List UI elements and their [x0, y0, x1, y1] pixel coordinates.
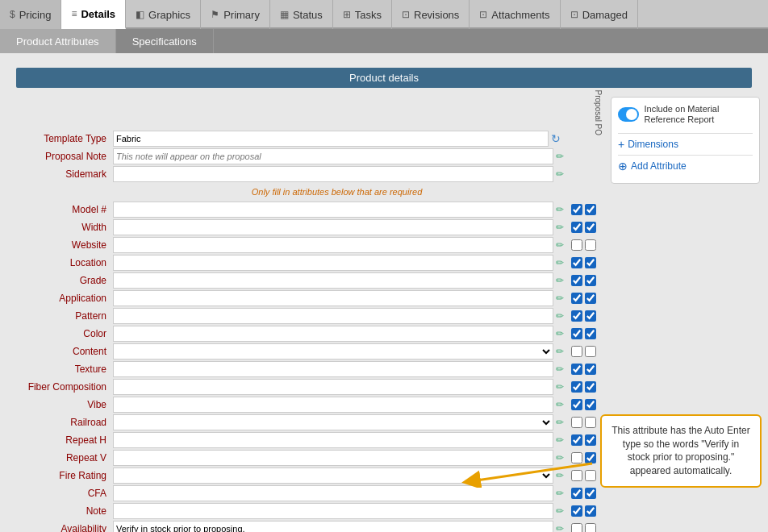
- toggle-row: Include on Material Reference Report: [618, 104, 753, 125]
- input-pattern[interactable]: [113, 308, 553, 324]
- sub-tab-product-attributes[interactable]: Product Attributes: [0, 29, 116, 53]
- label-vibe: Vibe: [8, 399, 113, 410]
- tab-graphics[interactable]: ◧ Graphics: [126, 0, 201, 29]
- edit-icon-sidemark[interactable]: ✏: [556, 168, 564, 180]
- sub-tab-specifications[interactable]: Specifications: [116, 29, 214, 53]
- po-checkbox-18[interactable]: [571, 523, 582, 532]
- input-application[interactable]: [113, 290, 553, 306]
- proposal-checkbox-9[interactable]: [585, 364, 596, 375]
- edit-icon-proposal-note[interactable]: ✏: [556, 151, 564, 162]
- label-website: Website: [8, 239, 113, 251]
- input-location[interactable]: [113, 255, 553, 271]
- tab-pricing[interactable]: $ Pricing: [0, 0, 61, 29]
- tasks-icon: ⊞: [343, 9, 351, 20]
- input-note[interactable]: [113, 503, 553, 519]
- field-row-location: Location✏: [8, 255, 603, 271]
- proposal-checkbox-3[interactable]: [585, 257, 596, 268]
- proposal-checkbox-1[interactable]: [585, 222, 596, 233]
- tab-attachments[interactable]: ⊡ Attachments: [470, 0, 560, 29]
- proposal-checkbox-12[interactable]: [585, 417, 596, 428]
- label-railroad: Railroad: [8, 417, 113, 428]
- input-proposal-note[interactable]: [113, 148, 553, 164]
- edit-icon-2[interactable]: ✏: [556, 239, 564, 251]
- proposal-checkbox-17[interactable]: [585, 505, 596, 517]
- tab-details[interactable]: ≡ Details: [61, 0, 126, 29]
- po-checkbox-3[interactable]: [571, 257, 582, 268]
- proposal-checkbox-0[interactable]: [585, 204, 596, 215]
- edit-icon-9[interactable]: ✏: [556, 364, 564, 375]
- tab-revisions[interactable]: ⊡ Revisions: [392, 0, 470, 29]
- status-icon: ▦: [280, 9, 289, 20]
- input-fiber-composition[interactable]: [113, 379, 553, 395]
- field-row-availability: Availability✏: [8, 521, 603, 532]
- input-vibe[interactable]: [113, 397, 553, 413]
- proposal-checkbox-18[interactable]: [585, 523, 596, 532]
- edit-icon-4[interactable]: ✏: [556, 275, 564, 286]
- label-repeat-v: Repeat V: [8, 452, 113, 463]
- po-checkbox-6[interactable]: [571, 310, 582, 322]
- po-checkbox-16[interactable]: [571, 488, 582, 499]
- po-checkbox-9[interactable]: [571, 364, 582, 375]
- input-website[interactable]: [113, 237, 553, 253]
- damaged-icon: ⊡: [570, 9, 578, 20]
- po-checkbox-10[interactable]: [571, 381, 582, 393]
- edit-icon-7[interactable]: ✏: [556, 328, 564, 339]
- proposal-checkbox-5[interactable]: [585, 293, 596, 304]
- field-row-railroad: Railroad✏: [8, 414, 603, 430]
- edit-icon-0[interactable]: ✏: [556, 204, 564, 215]
- input-availability[interactable]: [113, 521, 553, 532]
- edit-icon-12[interactable]: ✏: [556, 417, 564, 428]
- proposal-checkbox-7[interactable]: [585, 328, 596, 339]
- po-checkbox-8[interactable]: [571, 346, 582, 357]
- proposal-checkbox-10[interactable]: [585, 381, 596, 393]
- plus-icon: +: [618, 138, 624, 151]
- edit-icon-5[interactable]: ✏: [556, 293, 564, 304]
- edit-icon-11[interactable]: ✏: [556, 399, 564, 410]
- po-checkbox-11[interactable]: [571, 399, 582, 410]
- edit-icon-10[interactable]: ✏: [556, 381, 564, 393]
- input-content[interactable]: [113, 343, 553, 360]
- edit-icon-17[interactable]: ✏: [556, 505, 564, 517]
- input-template-type[interactable]: [113, 131, 549, 147]
- label-repeat-h: Repeat H: [8, 434, 113, 446]
- add-attribute-button[interactable]: ⊕ Add Attribute: [618, 160, 753, 172]
- edit-icon-16[interactable]: ✏: [556, 488, 564, 499]
- input-grade[interactable]: [113, 272, 553, 289]
- po-checkbox-17[interactable]: [571, 505, 582, 517]
- edit-icon-6[interactable]: ✏: [556, 310, 564, 322]
- input-railroad[interactable]: [113, 414, 553, 430]
- tab-status[interactable]: ▦ Status: [270, 0, 333, 29]
- input-width[interactable]: [113, 219, 553, 235]
- edit-icon-1[interactable]: ✏: [556, 222, 564, 233]
- proposal-checkbox-6[interactable]: [585, 310, 596, 322]
- input-cfa[interactable]: [113, 485, 553, 501]
- proposal-checkbox-8[interactable]: [585, 346, 596, 357]
- refresh-icon[interactable]: ↻: [551, 132, 561, 145]
- tab-damaged[interactable]: ⊡ Damaged: [561, 0, 638, 29]
- edit-icon-3[interactable]: ✏: [556, 257, 564, 268]
- po-checkbox-5[interactable]: [571, 293, 582, 304]
- dimension-button[interactable]: + Dimensions: [618, 138, 753, 151]
- tab-primary[interactable]: ⚑ Primary: [201, 0, 270, 29]
- input-sidemark[interactable]: [113, 166, 553, 182]
- proposal-checkbox-16[interactable]: [585, 488, 596, 499]
- po-checkbox-1[interactable]: [571, 222, 582, 233]
- label-location: Location: [8, 257, 113, 268]
- label-availability: Availability: [8, 523, 113, 532]
- po-checkbox-12[interactable]: [571, 417, 582, 428]
- po-checkbox-7[interactable]: [571, 328, 582, 339]
- input-color[interactable]: [113, 326, 553, 342]
- label-note: Note: [8, 505, 113, 517]
- proposal-checkbox-4[interactable]: [585, 275, 596, 286]
- input-model-#[interactable]: [113, 202, 553, 218]
- toggle-switch[interactable]: [618, 107, 639, 122]
- po-checkbox-0[interactable]: [571, 204, 582, 215]
- proposal-checkbox-11[interactable]: [585, 399, 596, 410]
- tab-tasks[interactable]: ⊞ Tasks: [333, 0, 392, 29]
- po-checkbox-2[interactable]: [571, 239, 582, 251]
- edit-icon-18[interactable]: ✏: [556, 523, 564, 532]
- input-texture[interactable]: [113, 361, 553, 377]
- edit-icon-8[interactable]: ✏: [556, 346, 564, 357]
- po-checkbox-4[interactable]: [571, 275, 582, 286]
- proposal-checkbox-2[interactable]: [585, 239, 596, 251]
